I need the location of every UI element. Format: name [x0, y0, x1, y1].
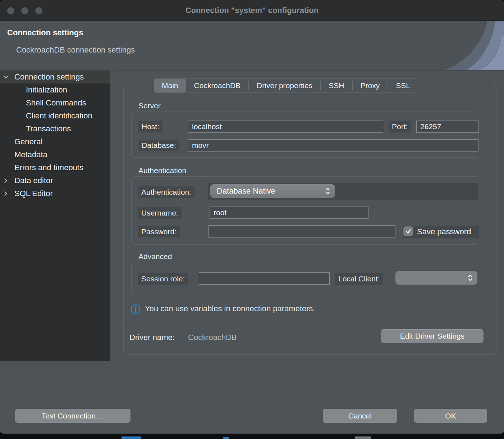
sidebar-divider	[113, 71, 113, 364]
tree-item-label: Errors and timeouts	[14, 161, 83, 174]
page-subtitle: CockroachDB connection settings	[16, 45, 135, 55]
tree-item-label: General	[14, 135, 42, 148]
session-role-label: Session role:	[138, 273, 188, 285]
desktop-sliver	[122, 436, 141, 439]
authentication-select[interactable]: Database Native	[210, 184, 335, 198]
ok-button[interactable]: OK	[414, 409, 487, 423]
tab-cockroachdb[interactable]: CockroachDB	[186, 79, 249, 92]
chevron-right-icon[interactable]	[3, 191, 9, 196]
port-input[interactable]	[416, 121, 479, 133]
save-password-label-wrap: Save password	[417, 227, 479, 236]
tab-main[interactable]: Main	[154, 79, 186, 92]
host-input[interactable]	[188, 121, 383, 133]
tree-item-label: Shell Commands	[26, 96, 86, 109]
driver-name-label: Driver name:	[129, 333, 175, 342]
tree-item-label: Connection settings	[14, 71, 84, 83]
edit-driver-settings-button[interactable]: Edit Driver Settings	[381, 329, 484, 343]
tree-item-metadata[interactable]: Metadata	[0, 148, 110, 161]
authentication-select-value: Database Native	[217, 186, 275, 195]
tab-ssl[interactable]: SSL	[388, 79, 418, 92]
port-label: Port:	[389, 121, 411, 132]
checkmark-icon	[406, 229, 411, 234]
session-role-input[interactable]	[199, 272, 330, 285]
desktop-sliver	[223, 437, 229, 439]
tree-item-data-editor[interactable]: Data editor	[0, 174, 110, 187]
tree-item-label: Initialization	[26, 83, 67, 96]
username-input[interactable]	[210, 207, 368, 219]
chevron-right-icon[interactable]	[3, 178, 9, 184]
driver-name-value: CockroachDB	[188, 333, 237, 342]
desktop-sliver	[355, 436, 371, 439]
tree-item-transactions[interactable]: Transactions	[0, 122, 110, 135]
password-label: Password:	[138, 226, 180, 237]
database-input[interactable]	[188, 139, 478, 151]
tree-item-label: Client identification	[26, 109, 92, 122]
settings-tree: Connection settings Initialization Shell…	[0, 71, 110, 361]
authentication-label: Authentication:	[138, 186, 194, 198]
updown-chevron-icon	[325, 187, 331, 195]
header-swoosh-graphic	[389, 21, 504, 71]
save-password-checkbox[interactable]	[403, 226, 413, 236]
info-icon	[130, 304, 141, 314]
database-label: Database:	[138, 140, 179, 151]
cancel-button[interactable]: Cancel	[323, 409, 397, 423]
variables-hint-text: You can use variables in connection para…	[145, 304, 315, 313]
dialog-header: Connection settings CockroachDB connecti…	[0, 21, 504, 71]
updown-chevron-icon	[467, 274, 473, 282]
tree-item-label: Metadata	[14, 148, 47, 161]
local-client-select[interactable]	[395, 271, 477, 285]
tree-item-initialization[interactable]: Initialization	[0, 83, 110, 96]
page-title: Connection settings	[7, 28, 83, 37]
tree-item-label: Data editor	[14, 174, 53, 187]
tab-ssh[interactable]: SSH	[321, 79, 352, 92]
footer-divider	[0, 364, 504, 364]
tree-item-client-identification[interactable]: Client identification	[0, 109, 110, 122]
connection-tabbar: Main CockroachDB Driver properties SSH P…	[153, 78, 419, 93]
host-label: Host:	[138, 121, 162, 132]
tree-item-label: SQL Editor	[14, 187, 53, 200]
window-title: Connection "system" configuration	[0, 0, 504, 21]
titlebar: Connection "system" configuration	[0, 0, 504, 21]
tab-proxy[interactable]: Proxy	[353, 79, 388, 92]
tree-item-connection-settings[interactable]: Connection settings	[0, 71, 110, 83]
tree-item-label: Transactions	[26, 122, 71, 135]
tree-item-errors-and-timeouts[interactable]: Errors and timeouts	[0, 161, 110, 174]
server-section-title: Server	[138, 101, 161, 110]
chevron-down-icon[interactable]	[3, 74, 9, 80]
password-input[interactable]	[209, 225, 395, 237]
connection-configuration-dialog: Connection "system" configuration Connec…	[0, 0, 504, 434]
advanced-section-title: Advanced	[138, 252, 172, 261]
tree-item-shell-commands[interactable]: Shell Commands	[0, 96, 110, 109]
authentication-section-title: Authentication	[138, 166, 186, 175]
driver-row-divider	[124, 323, 496, 323]
test-connection-button[interactable]: Test Connection ...	[15, 409, 130, 423]
tab-driver-properties[interactable]: Driver properties	[249, 79, 320, 92]
save-password-label: Save password	[417, 227, 471, 236]
tree-item-general[interactable]: General	[0, 135, 110, 148]
local-client-label: Local Client:	[335, 273, 383, 285]
username-label: Username:	[138, 207, 182, 219]
tree-item-sql-editor[interactable]: SQL Editor	[0, 187, 110, 200]
